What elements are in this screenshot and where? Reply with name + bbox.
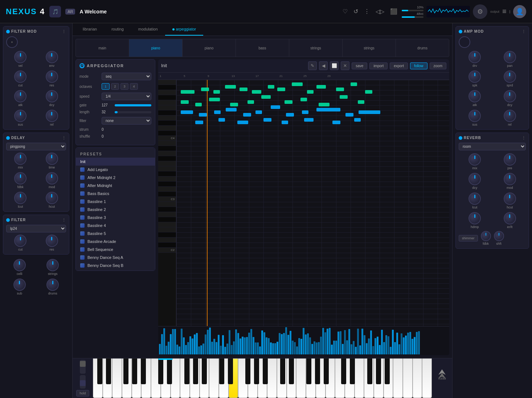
note-blue[interactable]: [181, 110, 193, 114]
tab-modulation[interactable]: modulation: [131, 23, 165, 36]
menu-button[interactable]: ⋮: [363, 7, 371, 16]
piano-key-black[interactable]: [158, 146, 176, 151]
velocity-bar[interactable]: [346, 340, 348, 354]
knob-dcy-control[interactable]: [46, 90, 58, 102]
velocity-bar[interactable]: [274, 343, 276, 354]
velocity-bar[interactable]: [303, 328, 304, 354]
piano-key[interactable]: [158, 105, 176, 110]
piano-key[interactable]: [158, 187, 176, 192]
note[interactable]: [365, 90, 372, 94]
filter-cut-control[interactable]: [14, 235, 26, 247]
velocity-bar[interactable]: [351, 344, 352, 354]
note-blue-low[interactable]: [237, 121, 248, 124]
preset-after-midnight[interactable]: After Midnight: [76, 182, 155, 190]
note-blue[interactable]: [255, 110, 262, 114]
piano-key-black[interactable]: [158, 192, 176, 197]
note-blue[interactable]: [302, 110, 308, 114]
velocity-bar[interactable]: [379, 345, 381, 354]
filter-menu[interactable]: ⋮: [62, 218, 66, 222]
track-piano-2[interactable]: piano: [183, 39, 236, 57]
undo-button[interactable]: ↺: [352, 7, 360, 16]
piano-key[interactable]: [158, 151, 176, 156]
velocity-bar[interactable]: [337, 332, 339, 354]
black-key[interactable]: [350, 358, 355, 384]
velocity-bar[interactable]: [388, 336, 389, 354]
tab-librarian[interactable]: librarian: [75, 23, 104, 36]
note[interactable]: [316, 85, 326, 89]
velocity-bar[interactable]: [375, 338, 376, 354]
piano-key-black[interactable]: [158, 110, 176, 115]
black-key[interactable]: [184, 358, 189, 384]
white-key[interactable]: [355, 358, 364, 398]
note[interactable]: [292, 82, 303, 86]
velocity-bar[interactable]: [357, 329, 359, 354]
note-blue[interactable]: [286, 113, 294, 117]
velocity-bar[interactable]: [277, 342, 278, 354]
velocity-bar[interactable]: [405, 336, 407, 354]
velocity-bar[interactable]: [176, 345, 178, 354]
preset-init[interactable]: Init: [76, 158, 155, 166]
rev-shft-control[interactable]: [494, 231, 504, 241]
velocity-bar[interactable]: [333, 341, 335, 354]
piano-key[interactable]: [158, 100, 176, 105]
black-key[interactable]: [367, 358, 372, 384]
piano-key[interactable]: [158, 222, 176, 227]
velocity-bar[interactable]: [257, 342, 259, 354]
clear-btn[interactable]: ✕: [341, 61, 349, 70]
knob-sus-control[interactable]: [14, 110, 26, 122]
amp-dcy-control[interactable]: [504, 90, 516, 102]
velocity-bar[interactable]: [368, 338, 370, 354]
note-blue[interactable]: [359, 110, 380, 114]
note[interactable]: [307, 90, 314, 94]
piano-key-black[interactable]: [158, 156, 176, 161]
heart-button[interactable]: ♡: [341, 7, 349, 16]
filter-mod-big-knob-left[interactable]: [6, 36, 18, 48]
velocity-bar[interactable]: [335, 341, 337, 354]
velocity-bar[interactable]: [285, 327, 287, 354]
black-key[interactable]: [289, 358, 294, 384]
velocity-bar[interactable]: [403, 337, 405, 354]
expand-btn[interactable]: ⬜: [330, 61, 339, 70]
black-key[interactable]: [254, 358, 259, 384]
piano-key-black[interactable]: [158, 243, 176, 248]
velocity-bar[interactable]: [320, 337, 322, 354]
grid-area[interactable]: [176, 80, 449, 326]
velocity-bar[interactable]: [372, 346, 374, 354]
white-key[interactable]: [267, 358, 277, 398]
amp-spk-control[interactable]: [468, 70, 481, 83]
piano-key-black[interactable]: [158, 182, 176, 187]
velocity-bar[interactable]: [353, 341, 355, 354]
velocity-bar[interactable]: [409, 332, 411, 354]
amp-big-knob-left[interactable]: [459, 36, 470, 48]
black-key[interactable]: [193, 358, 198, 384]
note[interactable]: [181, 90, 195, 94]
reverb-menu[interactable]: ⋮: [522, 136, 526, 140]
velocity-bar[interactable]: [342, 344, 344, 354]
note[interactable]: [230, 103, 238, 106]
piano-key[interactable]: [158, 176, 176, 182]
note-blue-low[interactable]: [332, 121, 340, 124]
piano-key[interactable]: [158, 202, 176, 207]
oct-btn-2[interactable]: 2: [111, 83, 119, 90]
rev-lcut-control[interactable]: [468, 192, 481, 205]
arp-filter-select[interactable]: none: [102, 117, 151, 125]
velocity-bar[interactable]: [253, 337, 254, 354]
note[interactable]: [195, 103, 202, 106]
piano-key[interactable]: [158, 80, 176, 85]
velocity-bar[interactable]: [407, 333, 409, 354]
track-drums[interactable]: drums: [396, 39, 449, 57]
note-blue-low[interactable]: [218, 118, 225, 122]
note[interactable]: [247, 100, 254, 104]
hold-button[interactable]: hold: [76, 390, 89, 397]
velocity-bar[interactable]: [161, 334, 163, 354]
preset-bassline-5[interactable]: Bassline 5: [76, 230, 155, 237]
piano-key[interactable]: [158, 90, 176, 95]
velocity-bar[interactable]: [224, 347, 226, 354]
velocity-bar[interactable]: [322, 328, 324, 354]
amp-sus-control[interactable]: [468, 110, 481, 122]
velocity-bar[interactable]: [311, 344, 313, 354]
note[interactable]: [225, 85, 236, 89]
velocity-bar[interactable]: [200, 345, 202, 354]
edit-icon-btn[interactable]: ✎: [308, 61, 317, 70]
preset-benny-a[interactable]: Benny Dance Seq A: [76, 253, 155, 261]
